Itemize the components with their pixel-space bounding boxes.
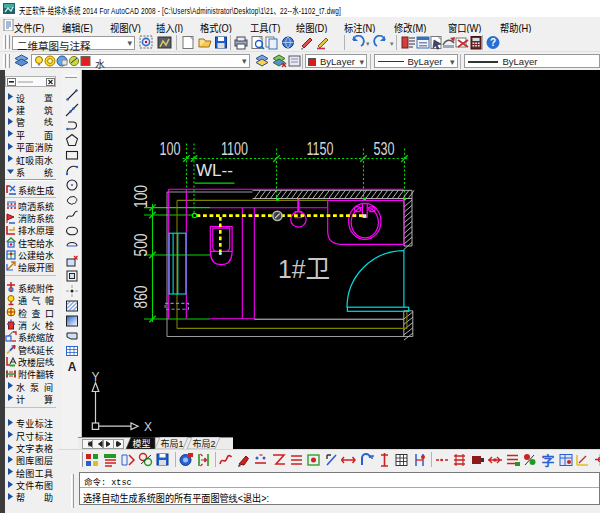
svg-text:?: ? — [490, 37, 496, 48]
svg-text:500: 500 — [131, 234, 151, 257]
svg-text:X: X — [144, 420, 152, 434]
svg-text:布局2: 布局2 — [192, 438, 215, 449]
svg-text:A: A — [68, 359, 77, 373]
svg-text:530: 530 — [373, 139, 394, 159]
svg-text:字: 字 — [541, 453, 554, 468]
svg-text:100: 100 — [131, 185, 151, 208]
svg-text:Y: Y — [91, 370, 99, 384]
svg-text:1100: 1100 — [221, 139, 248, 159]
svg-text:布局1: 布局1 — [160, 438, 183, 449]
svg-text:模型: 模型 — [132, 439, 150, 449]
svg-text:1150: 1150 — [306, 139, 333, 159]
svg-text:860: 860 — [131, 286, 151, 309]
svg-text:1#卫: 1#卫 — [278, 254, 330, 284]
svg-text:100: 100 — [159, 139, 180, 159]
svg-text:WL--: WL-- — [196, 162, 233, 179]
